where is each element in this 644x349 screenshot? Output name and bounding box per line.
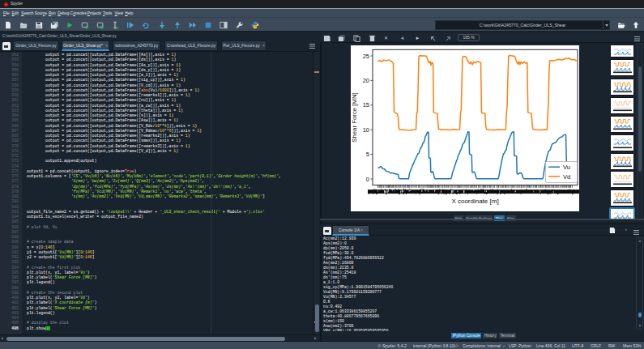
- svg-text:Shear Force [MN]: Shear Force [MN]: [351, 92, 358, 143]
- svg-text:X coordinate [m]: X coordinate [m]: [451, 198, 498, 205]
- svg-text:15: 15: [363, 101, 369, 109]
- svg-text:Vu: Vu: [563, 164, 570, 171]
- svg-text:20: 20: [363, 77, 369, 84]
- svg-text:25: 25: [363, 53, 369, 60]
- svg-text:5: 5: [366, 151, 369, 158]
- svg-text:0: 0: [366, 176, 369, 183]
- svg-text:Vd: Vd: [563, 173, 570, 181]
- svg-text:10: 10: [363, 126, 369, 134]
